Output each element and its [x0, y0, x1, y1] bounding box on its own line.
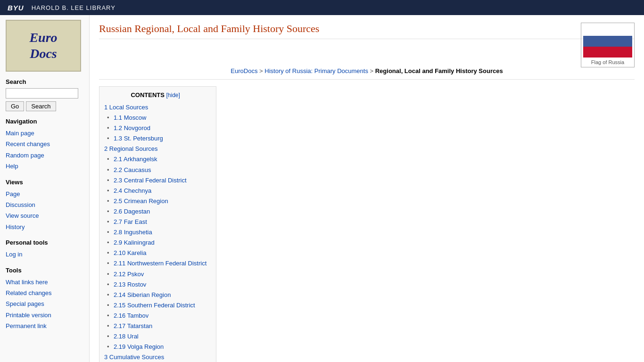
toc-sublink-1.3[interactable]: 1.3 St. Petersburg	[114, 135, 163, 142]
toc-link-1[interactable]: 1 Local Sources	[104, 104, 148, 111]
toc-sublink-2.8[interactable]: 2.8 Ingushetia	[114, 229, 152, 236]
toc-sublink-1.1[interactable]: 1.1 Moscow	[114, 114, 146, 121]
title-area: Flag of Russia Russian Regional, Local a…	[99, 23, 635, 67]
toc-sublink-2.18[interactable]: 2.18 Ural	[114, 333, 139, 340]
logo-text: Euro Docs	[29, 30, 57, 61]
library-name: HAROLD B. LEE LIBRARY	[32, 4, 116, 11]
flag-container: Flag of Russia	[581, 23, 635, 67]
toc-subitem-2.11: 2.11 Northwestern Federal District	[114, 258, 206, 269]
view-page[interactable]: Page	[6, 189, 83, 199]
toc-subitem-1.2: 1.2 Novgorod	[114, 123, 206, 133]
toc-sublist-2: 2.1 Arkhangelsk2.2 Caucasus2.3 Central F…	[104, 154, 206, 352]
toc-subitem-2.10: 2.10 Karelia	[114, 248, 206, 258]
toc-subitem-1.1: 1.1 Moscow	[114, 113, 206, 123]
toc-sublink-2.13[interactable]: 2.13 Rostov	[114, 281, 146, 288]
view-discussion[interactable]: Discussion	[6, 199, 83, 210]
special-pages[interactable]: Special pages	[6, 298, 83, 309]
navigation-links: Main page Recent changes Random page Hel…	[6, 128, 83, 172]
toc-subitem-2.13: 2.13 Rostov	[114, 280, 206, 290]
personal-links: Log in	[6, 249, 83, 260]
toc-subitem-2.12: 2.12 Pskov	[114, 269, 206, 280]
toc-list: 1 Local Sources1.1 Moscow1.2 Novgorod1.3…	[104, 102, 206, 362]
nav-random-page[interactable]: Random page	[6, 150, 83, 161]
search-label: Search	[6, 78, 83, 85]
byu-logo: BYU	[8, 4, 24, 12]
toc-sublist-1: 1.1 Moscow1.2 Novgorod1.3 St. Petersburg	[104, 113, 206, 144]
nav-help[interactable]: Help	[6, 161, 83, 172]
what-links-here[interactable]: What links here	[6, 277, 83, 288]
toc-sublink-2.3[interactable]: 2.3 Central Federal District	[114, 177, 187, 184]
nav-recent-changes[interactable]: Recent changes	[6, 139, 83, 149]
toc-sublink-2.15[interactable]: 2.15 Southern Federal District	[114, 302, 195, 309]
toc-subitem-2.18: 2.18 Ural	[114, 331, 206, 342]
toc-sublink-2.16[interactable]: 2.16 Tambov	[114, 312, 149, 319]
navigation-label: Navigation	[6, 118, 83, 125]
page-layout: Euro Docs Search Go Search Navigation Ma…	[0, 15, 644, 362]
breadcrumb-eurodocs[interactable]: EuroDocs	[231, 67, 257, 74]
toc-subitem-2.16: 2.16 Tambov	[114, 311, 206, 321]
personal-tools-label: Personal tools	[6, 239, 83, 246]
go-button[interactable]: Go	[6, 101, 24, 111]
toc-subitem-2.6: 2.6 Dagestan	[114, 206, 206, 217]
flag-red-stripe	[583, 47, 632, 58]
toc-sublink-2.14[interactable]: 2.14 Siberian Region	[114, 291, 171, 298]
toc-sublink-2.12[interactable]: 2.12 Pskov	[114, 271, 144, 278]
flag-blue-stripe	[583, 36, 632, 47]
toc-section-1: 1 Local Sources1.1 Moscow1.2 Novgorod1.3…	[104, 102, 206, 144]
toc-subitem-2.17: 2.17 Tatarstan	[114, 321, 206, 331]
toc-sublink-2.10[interactable]: 2.10 Karelia	[114, 249, 146, 256]
toc-subitem-2.1: 2.1 Arkhangelsk	[114, 154, 206, 165]
related-changes[interactable]: Related changes	[6, 288, 83, 298]
russia-flag	[583, 25, 632, 58]
contents-title: CONTENTS [hide]	[104, 91, 206, 99]
flag-white-stripe	[583, 25, 632, 36]
view-history[interactable]: History	[6, 222, 83, 232]
toc-sublink-2.4[interactable]: 2.4 Chechnya	[114, 187, 151, 194]
toc-subitem-2.3: 2.3 Central Federal District	[114, 175, 206, 186]
toc-subitem-2.7: 2.7 Far East	[114, 217, 206, 227]
nav-main-page[interactable]: Main page	[6, 128, 83, 139]
views-label: Views	[6, 179, 83, 186]
toc-subitem-2.19: 2.19 Volga Region	[114, 342, 206, 352]
toc-section-2: 2 Regional Sources2.1 Arkhangelsk2.2 Cau…	[104, 144, 206, 352]
search-buttons: Go Search	[6, 101, 83, 111]
toc-sublink-2.19[interactable]: 2.19 Volga Region	[114, 343, 164, 350]
breadcrumb-history[interactable]: History of Russia: Primary Documents	[264, 67, 368, 74]
toc-subitem-2.14: 2.14 Siberian Region	[114, 290, 206, 300]
toc-sublink-2.9[interactable]: 2.9 Kaliningrad	[114, 239, 155, 246]
sidebar: Euro Docs Search Go Search Navigation Ma…	[0, 15, 90, 362]
site-header: BYU HAROLD B. LEE LIBRARY	[0, 0, 644, 15]
toc-subitem-1.3: 1.3 St. Petersburg	[114, 133, 206, 144]
toc-sublink-2.1[interactable]: 2.1 Arkhangelsk	[114, 156, 157, 163]
search-input[interactable]	[6, 88, 78, 99]
toc-subitem-2.4: 2.4 Chechnya	[114, 186, 206, 196]
view-source[interactable]: View source	[6, 210, 83, 221]
toc-sublink-2.2[interactable]: 2.2 Caucasus	[114, 166, 151, 173]
toc-sublink-1.2[interactable]: 1.2 Novgorod	[114, 124, 150, 132]
contents-box: CONTENTS [hide] 1 Local Sources1.1 Mosco…	[99, 86, 216, 362]
main-content: Flag of Russia Russian Regional, Local a…	[90, 15, 644, 362]
printable-version[interactable]: Printable version	[6, 310, 83, 321]
toc-sublink-2.11[interactable]: 2.11 Northwestern Federal District	[114, 260, 206, 267]
toc-subitem-2.8: 2.8 Ingushetia	[114, 227, 206, 238]
log-in-link[interactable]: Log in	[6, 249, 83, 260]
page-title: Russian Regional, Local and Family Histo…	[99, 23, 635, 39]
toc-sublink-2.17[interactable]: 2.17 Tatarstan	[114, 322, 152, 329]
toc-subitem-2.2: 2.2 Caucasus	[114, 165, 206, 175]
toc-sublink-2.5[interactable]: 2.5 Crimean Region	[114, 197, 168, 205]
toc-link-2[interactable]: 2 Regional Sources	[104, 145, 157, 152]
views-links: Page Discussion View source History	[6, 189, 83, 233]
contents-hide-link[interactable]: [hide]	[166, 92, 180, 99]
permanent-link[interactable]: Permanent link	[6, 321, 83, 331]
search-button[interactable]: Search	[26, 101, 56, 111]
toc-sublink-2.7[interactable]: 2.7 Far East	[114, 218, 147, 225]
toc-sublink-2.6[interactable]: 2.6 Dagestan	[114, 208, 150, 215]
breadcrumb-sep2: >	[370, 67, 375, 74]
breadcrumb-current: Regional, Local and Family History Sourc…	[375, 67, 503, 74]
toc-subitem-2.15: 2.15 Southern Federal District	[114, 300, 206, 311]
toc-link-3[interactable]: 3 Cumulative Sources	[104, 354, 164, 361]
toc-subitem-2.9: 2.9 Kaliningrad	[114, 238, 206, 248]
toc-section-3: 3 Cumulative Sources3.1 Territorial Divi…	[104, 352, 206, 362]
toc-subitem-2.5: 2.5 Crimean Region	[114, 196, 206, 206]
tools-label: Tools	[6, 267, 83, 274]
